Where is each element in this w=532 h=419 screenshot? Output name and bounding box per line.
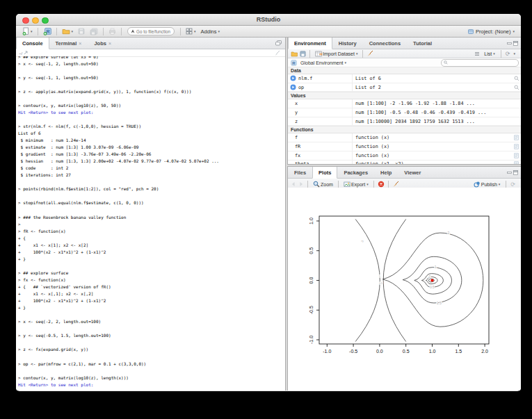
clear-all-plots-broom-icon[interactable] (392, 181, 399, 188)
pane-layout-button[interactable]: ▾ (184, 27, 198, 35)
svg-text:R: R (292, 60, 296, 65)
tab-help[interactable]: Help (374, 167, 398, 178)
new-file-button[interactable]: ▾ (21, 26, 34, 36)
tab-environment[interactable]: Environment (288, 38, 332, 49)
svg-text:-1.0: -1.0 (323, 349, 331, 354)
env-row[interactable]: znum [1:10000] 2034 1892 1759 1632 1513 … (288, 117, 521, 126)
console-line: $ minimum : num 1.24e-14 (18, 137, 285, 144)
console-line: $ hessian : num [1:3, 1:3] 2.00e+02 -4.0… (18, 158, 285, 165)
list-view-label: List (484, 51, 492, 56)
import-dataset-icon (315, 51, 322, 57)
new-project-button[interactable]: R (42, 26, 53, 36)
svg-text:0.5: 0.5 (430, 286, 435, 289)
print-button[interactable] (107, 27, 118, 35)
toolbar-separator (307, 181, 308, 188)
toolbar-separator (506, 181, 506, 188)
view-function-icon[interactable] (511, 161, 521, 164)
zoom-magnifier-icon (313, 181, 320, 188)
environment-search-box (441, 59, 519, 67)
env-row[interactable]: fRfunction (x) (288, 142, 521, 151)
save-all-button[interactable] (88, 27, 99, 36)
toolbar-separator (501, 50, 501, 58)
console-line: + 100*(x2 - x1*x1)^2 + (1-x1)^2 (18, 249, 285, 256)
maximize-pane-icon[interactable] (513, 170, 518, 175)
console-line: > x <- seq(-2, 2, length.out=100) (18, 318, 285, 325)
plots-pane: FilesPlotsPackagesHelpViewer Zoom (287, 166, 521, 391)
console-line: > op <- par(mfrow = c(2,1), mar = 0.1 + … (18, 361, 285, 368)
tab-label: Jobs (94, 40, 106, 47)
svg-text:0.5: 0.5 (403, 349, 410, 354)
env-row[interactable]: opList of 2 (288, 83, 521, 92)
env-row[interactable]: thetafunction (x1, x2) (288, 161, 521, 165)
tab-tutorial[interactable]: Tutorial (407, 38, 438, 49)
expand-object-icon[interactable] (290, 84, 296, 90)
tab-packages[interactable]: Packages (337, 167, 374, 178)
export-plot-button[interactable]: Export ▾ (342, 181, 370, 188)
env-object-name: f (288, 135, 352, 140)
env-row[interactable]: ynum [1:100] -0.5 -0.48 -0.46 -0.439 -0.… (288, 108, 521, 117)
svg-text:0.5: 0.5 (379, 282, 382, 285)
tab-jobs[interactable]: Jobs× (88, 38, 118, 49)
search-icon (444, 60, 448, 65)
maximize-pane-icon[interactable] (513, 41, 518, 46)
console-output[interactable]: > ## explore surface (at x3 = 0)> x <- s… (16, 56, 285, 391)
window-titlebar[interactable]: RStudio (16, 14, 521, 26)
tab-files[interactable]: Files (288, 167, 312, 178)
previous-plot-icon[interactable] (291, 181, 296, 187)
open-file-button[interactable]: ▾ (61, 27, 75, 35)
tab-viewer[interactable]: Viewer (398, 167, 427, 178)
environment-scope-button[interactable]: Global Environment ▾ (299, 60, 348, 66)
env-object-value: List of 2 (352, 83, 511, 92)
close-tab-icon[interactable]: × (108, 41, 111, 46)
popout-console-icon[interactable] (275, 40, 282, 46)
env-row[interactable]: ffunction (x) (288, 133, 521, 142)
env-object-name: fx (288, 153, 352, 158)
view-function-icon[interactable] (511, 144, 521, 149)
inspect-object-icon[interactable] (511, 76, 521, 81)
toolbar-separator (388, 181, 389, 188)
remove-plot-icon[interactable] (378, 181, 385, 188)
clear-console-icon[interactable] (274, 50, 280, 56)
project-menu-button[interactable]: Project: (None) ▾ (466, 27, 516, 35)
tab-history[interactable]: History (332, 38, 363, 49)
expand-object-icon[interactable] (290, 75, 296, 81)
addins-button[interactable]: Addins ▾ (200, 28, 221, 35)
save-button[interactable] (76, 27, 86, 35)
goto-file-function-input[interactable] (136, 29, 171, 34)
environment-search-input[interactable] (449, 60, 516, 65)
view-function-icon[interactable] (511, 135, 521, 140)
save-workspace-icon[interactable] (300, 51, 306, 57)
minimize-pane-icon[interactable] (507, 41, 512, 46)
console-line: > x <- seq(-1, 2, length.out=50) (18, 60, 285, 67)
refresh-plot-icon[interactable]: ⟳ (510, 181, 515, 188)
svg-text:1.5: 1.5 (437, 301, 442, 305)
goto-directory-icon[interactable] (24, 51, 28, 55)
console-line: > points(rbind(nlm.f$estim[1:2]), col = … (18, 186, 285, 192)
tab-connections[interactable]: Connections (363, 38, 407, 49)
tab-plots[interactable]: Plots (312, 167, 337, 179)
env-row[interactable]: fxfunction (x) (288, 151, 521, 161)
console-line: + 100*(x2 - x1*x1)^2 + (1-x1)^2 (18, 297, 285, 304)
import-dataset-button[interactable]: Import Dataset ▾ (314, 50, 359, 58)
inspect-object-icon[interactable] (511, 85, 521, 90)
plots-tabstrip: FilesPlotsPackagesHelpViewer (288, 167, 521, 179)
svg-text:2.0: 2.0 (481, 349, 488, 354)
minimize-pane-icon[interactable] (507, 170, 512, 175)
env-row[interactable]: nlm.fList of 6 (288, 74, 521, 83)
refresh-environment-icon[interactable]: ⟳ (506, 51, 510, 57)
goto-file-function-box[interactable] (127, 27, 175, 35)
env-object-name: z (288, 119, 352, 124)
env-row[interactable]: xnum [1:100] -2 -1.96 -1.92 -1.88 -1.84 … (288, 99, 521, 108)
svg-text:0.0: 0.0 (309, 277, 314, 284)
tab-terminal[interactable]: Terminal× (49, 38, 88, 49)
chevron-down-icon: ▾ (218, 29, 220, 33)
next-plot-icon[interactable] (298, 181, 304, 187)
tab-console[interactable]: Console (16, 38, 49, 49)
view-function-icon[interactable] (511, 153, 521, 158)
close-tab-icon[interactable]: × (79, 41, 81, 46)
list-view-button[interactable]: List ▾ (483, 51, 496, 57)
load-workspace-icon[interactable] (291, 51, 298, 57)
env-object-value: function (x) (352, 133, 511, 142)
chevron-down-icon: ▾ (194, 29, 196, 33)
clear-environment-broom-icon[interactable] (366, 50, 373, 57)
